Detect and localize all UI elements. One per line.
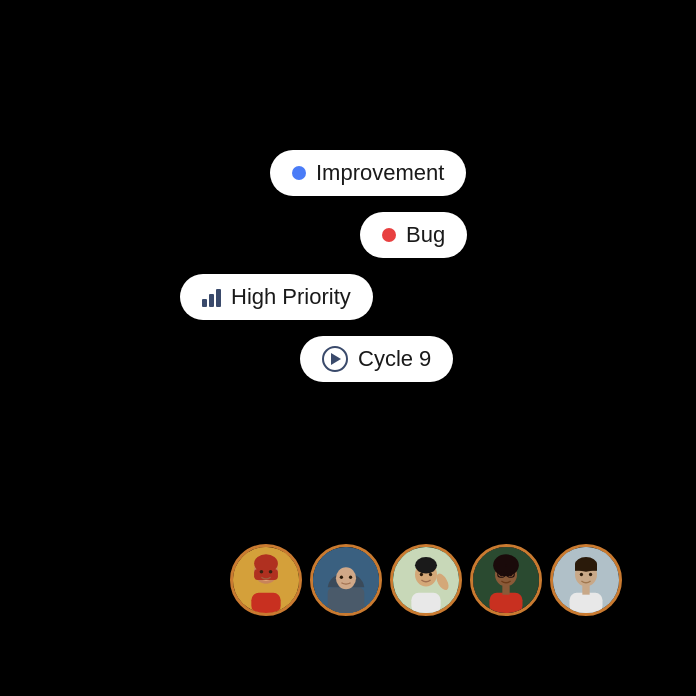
svg-rect-9 (328, 587, 365, 613)
avatar-face-4 (473, 547, 539, 613)
tag-priority-label: High Priority (231, 284, 351, 310)
dot-red-icon (382, 228, 396, 242)
avatar-face-5 (553, 547, 619, 613)
svg-point-26 (500, 573, 504, 577)
svg-point-17 (420, 573, 423, 576)
svg-point-10 (336, 567, 356, 589)
avatar-5[interactable] (550, 544, 622, 616)
tags-container: Improvement Bug High Priority Cycle 9 (170, 150, 467, 382)
svg-point-25 (505, 564, 507, 566)
svg-point-38 (589, 573, 592, 576)
bar-chart-icon (202, 287, 221, 307)
tag-priority[interactable]: High Priority (180, 274, 373, 320)
svg-rect-33 (582, 586, 589, 595)
svg-point-11 (340, 576, 343, 579)
svg-point-37 (580, 573, 583, 576)
svg-rect-14 (411, 593, 440, 613)
avatar-face-3 (393, 547, 459, 613)
tag-improvement-label: Improvement (316, 160, 444, 186)
svg-point-16 (415, 557, 437, 574)
avatar-face-2 (313, 547, 379, 613)
dot-blue-icon (292, 166, 306, 180)
tag-cycle-label: Cycle 9 (358, 346, 431, 372)
avatar-1[interactable] (230, 544, 302, 616)
tag-bug-label: Bug (406, 222, 445, 248)
svg-rect-5 (251, 593, 280, 613)
svg-rect-22 (502, 586, 509, 595)
svg-point-27 (509, 573, 513, 577)
play-icon (322, 346, 348, 372)
svg-point-7 (269, 570, 273, 574)
avatar-4[interactable] (470, 544, 542, 616)
svg-rect-32 (570, 593, 603, 613)
tag-bug[interactable]: Bug (360, 212, 467, 258)
svg-point-12 (349, 576, 352, 579)
svg-point-6 (260, 570, 264, 574)
avatars-row (230, 544, 622, 616)
avatar-2[interactable] (310, 544, 382, 616)
avatar-3[interactable] (390, 544, 462, 616)
svg-rect-4 (254, 569, 278, 580)
tag-improvement[interactable]: Improvement (270, 150, 466, 196)
avatar-face-1 (233, 547, 299, 613)
svg-point-18 (429, 573, 432, 576)
svg-rect-21 (490, 593, 523, 613)
svg-rect-36 (575, 564, 597, 571)
tag-cycle[interactable]: Cycle 9 (300, 336, 453, 382)
